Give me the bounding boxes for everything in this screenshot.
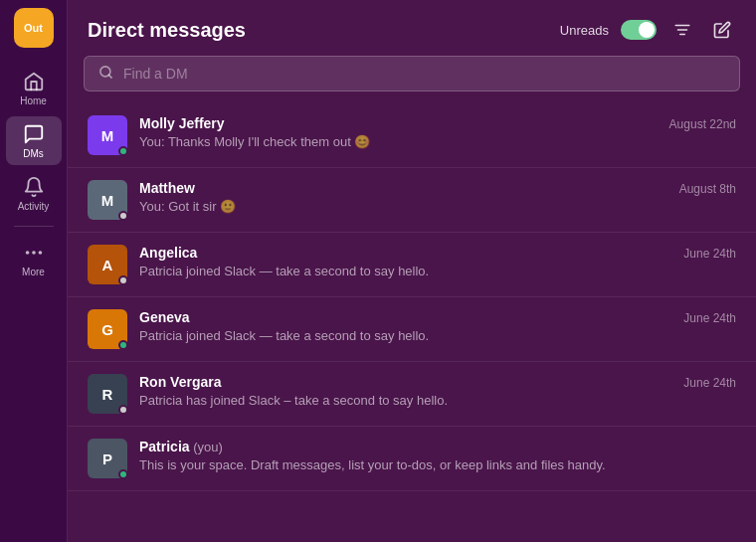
- dm-top: Matthew August 8th: [139, 180, 736, 196]
- sidebar-label-more: More: [22, 267, 45, 277]
- avatar-status: [118, 405, 128, 415]
- toggle-knob: [639, 22, 655, 38]
- dm-name: Ron Vergara: [139, 374, 221, 390]
- sidebar-item-more[interactable]: More: [6, 235, 62, 283]
- dm-date: June 24th: [683, 311, 736, 325]
- dm-preview: You: Thanks Molly I'll check them out 😊: [139, 134, 736, 149]
- avatar-status: [118, 340, 128, 350]
- dm-content: Ron Vergara June 24th Patricia has joine…: [139, 374, 736, 408]
- dm-top: Patricia (you): [139, 439, 736, 454]
- sidebar-divider: [14, 226, 54, 227]
- dm-list-item[interactable]: A Angelica June 24th Patricia joined Sla…: [68, 233, 756, 297]
- dm-date: August 22nd: [669, 117, 736, 131]
- dm-name: Molly Jeffery: [139, 115, 225, 131]
- header-actions: Unreads: [560, 16, 736, 44]
- dm-list-item[interactable]: R Ron Vergara June 24th Patricia has joi…: [68, 362, 756, 427]
- avatar-status: [118, 469, 128, 479]
- dm-content: Molly Jeffery August 22nd You: Thanks Mo…: [139, 115, 736, 149]
- header: Direct messages Unreads: [68, 0, 756, 56]
- avatar-status: [118, 146, 128, 156]
- dm-name: Geneva: [139, 309, 190, 325]
- dm-top: Geneva June 24th: [139, 309, 736, 325]
- page-title: Direct messages: [88, 19, 246, 42]
- dm-date: August 8th: [679, 182, 736, 196]
- dm-content: Angelica June 24th Patricia joined Slack…: [139, 245, 736, 278]
- dm-top: Angelica June 24th: [139, 245, 736, 261]
- search-box[interactable]: [84, 56, 740, 91]
- sidebar-item-dms[interactable]: DMs: [6, 116, 62, 165]
- main-content: Direct messages Unreads: [68, 0, 756, 542]
- unreads-label: Unreads: [560, 23, 609, 38]
- logo-button[interactable]: Out: [14, 8, 54, 48]
- dm-list: M Molly Jeffery August 22nd You: Thanks …: [68, 103, 756, 542]
- dm-preview: Patricia joined Slack — take a second to…: [139, 264, 736, 278]
- search-icon: [98, 65, 113, 83]
- dm-date: June 24th: [683, 376, 736, 390]
- svg-point-1: [32, 251, 36, 255]
- avatar-status: [118, 211, 128, 221]
- avatar-wrap: G: [88, 309, 127, 349]
- avatar-wrap: A: [88, 245, 127, 284]
- svg-point-2: [38, 251, 42, 255]
- dm-top: Ron Vergara June 24th: [139, 374, 736, 390]
- sidebar-item-home[interactable]: Home: [6, 64, 62, 112]
- dm-preview: Patricia has joined Slack – take a secon…: [139, 393, 736, 408]
- dm-list-item[interactable]: M Molly Jeffery August 22nd You: Thanks …: [68, 103, 756, 168]
- more-icon: [22, 241, 46, 265]
- filter-icon-button[interactable]: [668, 16, 696, 44]
- dm-content: Geneva June 24th Patricia joined Slack —…: [139, 309, 736, 343]
- dm-preview: This is your space. Draft messages, list…: [139, 457, 736, 472]
- dm-list-item[interactable]: G Geneva June 24th Patricia joined Slack…: [68, 297, 756, 362]
- avatar-wrap: P: [88, 439, 127, 478]
- dm-name: Angelica: [139, 245, 197, 261]
- search-input[interactable]: [123, 66, 725, 82]
- compose-icon-button[interactable]: [708, 16, 736, 44]
- dm-content: Patricia (you) This is your space. Draft…: [139, 439, 736, 472]
- dm-name: Patricia (you): [139, 439, 223, 454]
- sidebar-label-activity: Activity: [18, 201, 50, 212]
- dm-list-item[interactable]: M Matthew August 8th You: Got it sir 🙂: [68, 168, 756, 233]
- dm-date: June 24th: [683, 247, 736, 261]
- dm-content: Matthew August 8th You: Got it sir 🙂: [139, 180, 736, 214]
- sidebar-label-dms: DMs: [23, 148, 44, 159]
- avatar-wrap: M: [88, 180, 127, 220]
- avatar-wrap: M: [88, 115, 127, 155]
- sidebar-label-home: Home: [20, 95, 47, 106]
- sidebar: Out Home DMs Activity: [0, 0, 68, 542]
- home-icon: [22, 70, 46, 93]
- dm-preview: Patricia joined Slack — take a second to…: [139, 328, 736, 343]
- avatar-status: [118, 275, 128, 285]
- avatar-wrap: R: [88, 374, 127, 414]
- activity-icon: [22, 175, 46, 199]
- dm-preview: You: Got it sir 🙂: [139, 199, 736, 214]
- search-area: [68, 56, 756, 103]
- sidebar-item-activity[interactable]: Activity: [6, 169, 62, 218]
- dm-top: Molly Jeffery August 22nd: [139, 115, 736, 131]
- unreads-toggle[interactable]: [621, 20, 657, 40]
- dm-list-item[interactable]: P Patricia (you) This is your space. Dra…: [68, 427, 756, 491]
- svg-point-0: [25, 251, 29, 255]
- dms-icon: [22, 122, 46, 146]
- dm-name: Matthew: [139, 180, 195, 196]
- you-badge: (you): [190, 440, 223, 454]
- svg-line-7: [108, 75, 111, 78]
